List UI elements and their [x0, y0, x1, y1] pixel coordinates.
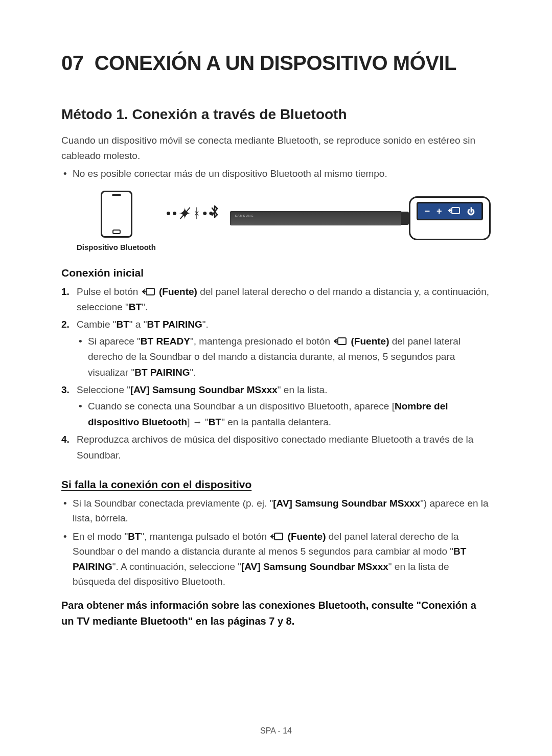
bluetooth-diagram: Dispositivo Bluetooth ••✦̸ᚼ•• SAMSUNG − …: [77, 191, 491, 251]
side-panel-diagram: − + ⏻: [409, 196, 491, 240]
more-info-note: Para obtener más información sobre las c…: [61, 598, 491, 629]
lead-bullet-list: No es posible conectar más de un disposi…: [61, 166, 491, 181]
volume-down-icon: −: [424, 206, 430, 217]
chapter-number: 07: [61, 52, 84, 74]
bluetooth-symbol-icon: [210, 204, 220, 222]
step-3-sub: Cuando se conecta una Soundbar a un disp…: [77, 399, 491, 430]
soundbar-brand: SAMSUNG: [235, 214, 254, 217]
chapter-title: 07 CONEXIÓN A UN DISPOSITIVO MÓVIL: [61, 51, 491, 75]
section-title: Método 1. Conexión a través de Bluetooth: [61, 105, 491, 124]
page-footer: SPA - 14: [0, 726, 552, 736]
bluetooth-link-icon: ••✦̸ᚼ••: [166, 204, 215, 222]
phone-label: Dispositivo Bluetooth: [77, 243, 156, 251]
fail-bullet-2: En el modo "BT", mantenga pulsado el bot…: [61, 529, 491, 589]
lead-paragraph: Cuando un dispositivo móvil se conecta m…: [61, 133, 491, 163]
fail-bullet-1: Si la Soundbar conectada previamente (p.…: [61, 496, 491, 526]
source-icon: [270, 532, 284, 541]
source-icon: [142, 287, 155, 296]
source-panel-icon: [448, 207, 461, 216]
connection-fail-heading: Si falla la conexión con el dispositivo: [61, 478, 491, 491]
fail-bullets: Si la Soundbar conectada previamente (p.…: [61, 496, 491, 589]
svg-rect-0: [452, 208, 459, 214]
svg-rect-3: [274, 533, 283, 540]
source-icon: [334, 337, 347, 346]
chapter-text: CONEXIÓN A UN DISPOSITIVO MÓVIL: [95, 52, 456, 74]
volume-up-icon: +: [436, 206, 442, 217]
phone-icon: [101, 191, 132, 238]
step-1: Pulse el botón (Fuente) del panel latera…: [61, 284, 491, 315]
power-icon: ⏻: [467, 207, 475, 216]
svg-rect-1: [146, 288, 154, 295]
step-2-sub: Si aparece "BT READY", mantenga presiona…: [77, 334, 491, 380]
initial-connection-heading: Conexión inicial: [61, 267, 491, 279]
initial-steps: Pulse el botón (Fuente) del panel latera…: [61, 284, 491, 463]
step-3: Seleccione "[AV] Samsung Soundbar MSxxx"…: [61, 382, 491, 430]
lead-bullet: No es posible conectar más de un disposi…: [61, 166, 491, 181]
step-4: Reproduzca archivos de música del dispos…: [61, 432, 491, 463]
svg-rect-2: [338, 338, 346, 345]
phone-column: Dispositivo Bluetooth: [77, 191, 156, 251]
step-2: Cambie "BT" a "BT PAIRING". Si aparece "…: [61, 317, 491, 380]
soundbar-icon: SAMSUNG: [230, 211, 402, 225]
